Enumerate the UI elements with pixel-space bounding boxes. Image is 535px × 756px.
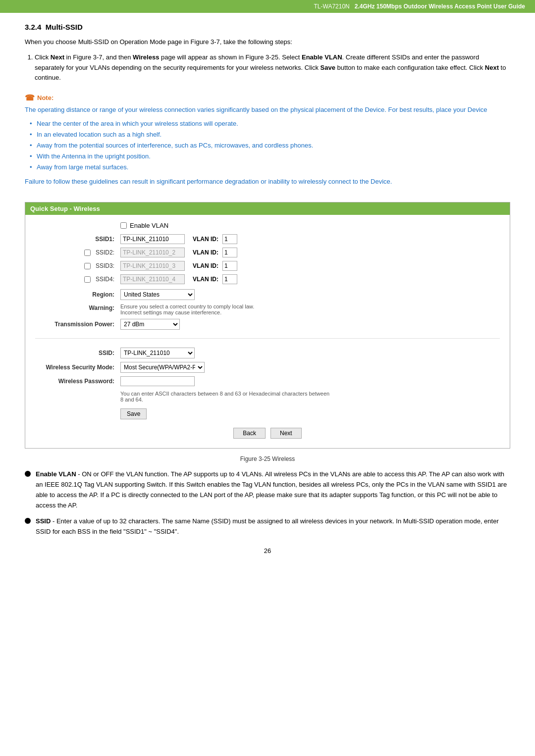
descriptions-list: Enable VLAN - ON or OFF the VLAN functio… [25, 469, 510, 537]
ssid1-row: SSID1: VLAN ID: [35, 234, 500, 244]
save-button[interactable]: Save [120, 408, 147, 419]
region-row: Region: United States [35, 289, 500, 300]
enable-vlan-label: Enable VLAN [130, 222, 168, 229]
security-mode-label: Wireless Security Mode: [35, 364, 114, 371]
back-button[interactable]: Back [233, 428, 266, 439]
enable-vlan-checkbox-row: Enable VLAN [120, 222, 168, 229]
vlan3-input[interactable] [222, 261, 237, 271]
warning-label: Warning: [35, 303, 114, 311]
password-input[interactable] [120, 376, 195, 386]
warning-text: Ensure you select a correct country to c… [120, 303, 254, 315]
ssid4-vlan-row: VLAN ID: [120, 274, 237, 284]
note-bullets: Near the center of the area in which you… [30, 118, 510, 173]
region-label: Region: [35, 291, 114, 298]
step-1: Click Next in Figure 3-7, and then Wirel… [35, 52, 510, 83]
ssid4-label: SSID4: [96, 276, 114, 283]
ssid4-row: SSID4: VLAN ID: [35, 274, 500, 284]
note-box: ☎ Note: The operating distance or range … [25, 90, 510, 197]
ssid-main-label: SSID: [35, 350, 114, 356]
note-bullet-2: In an elevated location such as a high s… [30, 129, 510, 140]
vlan-section: Enable VLAN SSID1: VLAN ID: [35, 222, 500, 339]
enable-vlan-row: Enable VLAN [35, 222, 500, 229]
password-note: You can enter ASCII characters between 8… [120, 391, 329, 403]
ssid4-label-cell: SSID4: [35, 276, 114, 283]
password-label: Wireless Password: [35, 378, 114, 385]
note-intro: The operating distance or range of your … [25, 105, 510, 115]
desc-bullet-2 [25, 518, 31, 524]
warning-row: Warning: Ensure you select a correct cou… [35, 303, 500, 315]
enable-vlan-checkbox[interactable] [120, 222, 127, 229]
note-bullet-3: Away from the potential sources of inter… [30, 140, 510, 151]
note-bullet-1: Near the center of the area in which you… [30, 118, 510, 129]
ssid-section: SSID: TP-LINK_211010 Wireless Security M… [35, 344, 500, 419]
desc-enable-vlan: Enable VLAN - ON or OFF the VLAN functio… [25, 469, 510, 510]
vlan2-label: VLAN ID: [193, 249, 218, 256]
note-label: ☎ Note: [25, 93, 510, 102]
transmission-select[interactable]: 27 dBm [120, 319, 180, 330]
intro-text: When you choose Multi-SSID on Operation … [25, 37, 510, 48]
ssid1-label: SSID1: [35, 236, 114, 243]
ssid1-vlan-row: VLAN ID: [120, 234, 237, 244]
ssid-main-row: SSID: TP-LINK_211010 [35, 348, 500, 358]
header-title: 2.4GHz 150Mbps Outdoor Wireless Access P… [355, 3, 525, 10]
ssid2-row: SSID2: VLAN ID: [35, 248, 500, 257]
transmission-label: Transmission Power: [35, 321, 114, 328]
note-bullet-4: With the Antenna in the upright position… [30, 151, 510, 162]
ssid2-label-cell: SSID2: [35, 249, 114, 256]
transmission-row: Transmission Power: 27 dBm [35, 319, 500, 330]
vlan1-label: VLAN ID: [193, 236, 218, 243]
password-row: Wireless Password: [35, 376, 500, 386]
note-bullet-5: Away from large metal surfaces. [30, 162, 510, 173]
header-model: TL-WA7210N [314, 3, 350, 10]
security-mode-row: Wireless Security Mode: Most Secure(WPA/… [35, 362, 500, 373]
page-number: 26 [25, 547, 510, 554]
note-icon: ☎ [25, 93, 35, 102]
ssid1-input[interactable] [120, 234, 185, 244]
quick-setup-header: Quick Setup - Wireless [25, 202, 510, 215]
save-row: Save [35, 406, 500, 419]
password-note-row: You can enter ASCII characters between 8… [35, 390, 500, 403]
vlan1-input[interactable] [222, 234, 237, 244]
ssid2-vlan-row: VLAN ID: [120, 248, 237, 257]
quick-setup-panel: Quick Setup - Wireless Enable VLAN SSID1… [25, 202, 510, 449]
ssid3-row: SSID3: VLAN ID: [35, 261, 500, 271]
section-title: 3.2.4 Multi-SSID [25, 23, 510, 31]
vlan2-input[interactable] [222, 248, 237, 257]
desc-bullet-1 [25, 471, 31, 477]
ssid2-input[interactable] [120, 248, 185, 257]
failure-text: Failure to follow these guidelines can r… [25, 177, 510, 187]
ssid4-input[interactable] [120, 274, 185, 284]
desc-ssid: SSID - Enter a value of up to 32 charact… [25, 516, 510, 537]
vlan3-label: VLAN ID: [193, 262, 218, 269]
ssid-main-select[interactable]: TP-LINK_211010 [120, 348, 195, 358]
figure-caption: Figure 3-25 Wireless [25, 455, 510, 462]
ssid3-label: SSID3: [96, 262, 114, 269]
ssid3-input[interactable] [120, 261, 185, 271]
header-bar: TL-WA7210N 2.4GHz 150Mbps Outdoor Wirele… [0, 0, 535, 13]
ssid3-vlan-row: VLAN ID: [120, 261, 237, 271]
desc-enable-vlan-text: Enable VLAN - ON or OFF the VLAN functio… [36, 469, 510, 510]
vlan4-input[interactable] [222, 274, 237, 284]
desc-ssid-text: SSID - Enter a value of up to 32 charact… [36, 516, 510, 537]
ssid3-label-cell: SSID3: [35, 262, 114, 269]
ssid4-checkbox[interactable] [84, 276, 91, 283]
next-button[interactable]: Next [270, 428, 302, 439]
step-list: Click Next in Figure 3-7, and then Wirel… [35, 52, 510, 83]
ssid2-checkbox[interactable] [84, 250, 91, 256]
region-select[interactable]: United States [120, 289, 195, 300]
security-mode-select[interactable]: Most Secure(WPA/WPA2-PSk [120, 362, 205, 373]
quick-setup-body: Enable VLAN SSID1: VLAN ID: [25, 215, 510, 448]
nav-buttons: Back Next [35, 423, 500, 441]
vlan4-label: VLAN ID: [193, 276, 218, 283]
ssid3-checkbox[interactable] [84, 263, 91, 269]
ssid2-label: SSID2: [96, 249, 114, 256]
